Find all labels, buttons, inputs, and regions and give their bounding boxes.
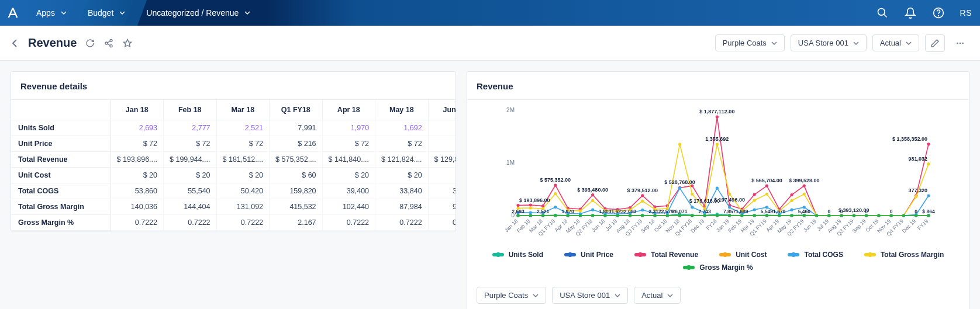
svg-point-248 (890, 214, 893, 217)
table-cell[interactable]: 0.7222 (111, 215, 164, 231)
table-cell[interactable]: $ 121,824.... (375, 152, 429, 168)
table-scroll[interactable]: Jan 18Feb 18Mar 18Q1 FY18Apr 18May 18Jun… (11, 100, 456, 231)
table-cell[interactable]: 2,777 (164, 120, 217, 136)
legend-swatch (492, 253, 504, 256)
svg-point-187 (554, 192, 557, 195)
row-header[interactable]: Units Sold (11, 120, 111, 136)
table-cell[interactable]: 1,803 (428, 120, 456, 136)
table-cell[interactable]: $ 72 (375, 136, 429, 152)
chart-filter-store[interactable]: USA Store 001 (552, 287, 628, 304)
table-cell[interactable]: 0.7222 (375, 215, 429, 231)
table-cell[interactable]: 140,036 (111, 199, 164, 215)
legend-item[interactable]: Total Gross Margin (864, 251, 944, 259)
table-cell[interactable]: $ 181,512.... (216, 152, 270, 168)
star-icon[interactable] (122, 38, 133, 48)
table-cell[interactable]: 0.7222 (428, 215, 456, 231)
row-header[interactable]: Gross Margin % (11, 215, 111, 231)
svg-point-245 (853, 214, 855, 217)
table-cell[interactable]: $ 60 (270, 168, 323, 183)
revenue-chart-title: Revenue (467, 72, 969, 100)
table-column-header[interactable]: Mar 18 (216, 100, 270, 120)
table-cell[interactable]: 2,521 (216, 120, 270, 136)
table-cell[interactable]: 0.7222 (216, 215, 270, 231)
table-cell[interactable]: $ 72 (111, 136, 164, 152)
table-cell[interactable]: $ 129,816.... (428, 152, 456, 168)
legend-label: Unit Cost (736, 251, 767, 259)
svg-point-9 (962, 42, 964, 44)
table-cell[interactable]: 55,540 (164, 183, 217, 199)
table-cell[interactable]: $ 72 (164, 136, 217, 152)
legend-item[interactable]: Total Revenue (634, 251, 698, 259)
table-cell[interactable]: $ 20 (164, 168, 217, 183)
search-icon[interactable] (876, 6, 889, 19)
table-cell[interactable]: 36,060 (428, 183, 456, 199)
table-cell[interactable]: 415,532 (270, 199, 323, 215)
table-cell[interactable]: 2,693 (111, 120, 164, 136)
table-cell[interactable]: $ 20 (216, 168, 270, 183)
table-column-header[interactable]: Feb 18 (164, 100, 217, 120)
table-column-header[interactable]: Jun 18 (428, 100, 456, 120)
legend-item[interactable]: Units Sold (492, 251, 543, 259)
row-header[interactable]: Total Gross Margin (11, 199, 111, 215)
table-cell[interactable]: $ 141,840.... (322, 152, 375, 168)
table-cell[interactable]: $ 72 (216, 136, 270, 152)
svg-text:1,970: 1,970 (561, 209, 574, 214)
nav-page[interactable]: Uncategorized / Revenue (136, 0, 267, 26)
row-header[interactable]: Unit Price (11, 136, 111, 152)
table-cell[interactable]: $ 72 (322, 136, 375, 152)
table-cell[interactable]: 33,840 (375, 183, 429, 199)
help-icon[interactable] (932, 6, 945, 19)
app-logo[interactable] (0, 0, 26, 26)
row-header[interactable]: Total Revenue (11, 152, 111, 168)
more-button[interactable] (951, 35, 969, 51)
table-cell[interactable]: 53,860 (111, 183, 164, 199)
table-cell[interactable]: 0.7222 (164, 215, 217, 231)
legend-item[interactable]: Total COGS (788, 251, 843, 259)
table-cell[interactable]: 93,756 (428, 199, 456, 215)
table-cell[interactable]: $ 193,896.... (111, 152, 164, 168)
table-cell[interactable]: $ 20 (375, 168, 429, 183)
row-header[interactable]: Unit Cost (11, 168, 111, 183)
table-cell[interactable]: $ 20 (111, 168, 164, 183)
table-cell[interactable]: $ 20 (428, 168, 456, 183)
table-column-header[interactable]: Jan 18 (111, 100, 164, 120)
filter-product[interactable]: Purple Coats (715, 34, 785, 51)
notifications-icon[interactable] (904, 6, 917, 19)
user-avatar[interactable]: RS (960, 8, 972, 18)
chart-filter-scenario[interactable]: Actual (634, 287, 681, 304)
table-column-header[interactable]: Apr 18 (322, 100, 375, 120)
table-cell[interactable]: $ 575,352.... (270, 152, 323, 168)
table-cell[interactable]: 102,440 (322, 199, 375, 215)
legend-item[interactable]: Unit Cost (719, 251, 767, 259)
table-cell[interactable]: 87,984 (375, 199, 429, 215)
table-cell[interactable]: $ 199,944.... (164, 152, 217, 168)
table-cell[interactable]: 0.7222 (322, 215, 375, 231)
table-cell[interactable]: 1,692 (375, 120, 429, 136)
refresh-icon[interactable] (85, 38, 95, 48)
nav-apps[interactable]: Apps (26, 0, 77, 26)
table-cell[interactable]: 7,991 (270, 120, 323, 136)
table-cell[interactable]: 39,400 (322, 183, 375, 199)
legend-item[interactable]: Unit Price (564, 251, 613, 259)
svg-point-230 (666, 214, 669, 217)
table-cell[interactable]: 50,420 (216, 183, 270, 199)
table-cell[interactable]: 1,970 (322, 120, 375, 136)
edit-button[interactable] (925, 34, 945, 52)
table-column-header[interactable]: Q1 FY18 (270, 100, 323, 120)
chart-filter-product[interactable]: Purple Coats (477, 287, 546, 304)
legend-item[interactable]: Gross Margin % (683, 263, 753, 272)
table-cell[interactable]: 144,404 (164, 199, 217, 215)
row-header[interactable]: Total COGS (11, 183, 111, 199)
svg-text:FY19: FY19 (916, 218, 929, 231)
share-icon[interactable] (103, 38, 114, 48)
table-cell[interactable]: 159,820 (270, 183, 323, 199)
table-cell[interactable]: 2.167 (270, 215, 323, 231)
back-button[interactable] (11, 39, 20, 48)
filter-store[interactable]: USA Store 001 (791, 34, 867, 51)
table-cell[interactable]: $ 20 (322, 168, 375, 183)
table-cell[interactable]: 131,092 (216, 199, 270, 215)
filter-scenario[interactable]: Actual (872, 34, 919, 51)
table-cell[interactable]: $ 72 (428, 136, 456, 152)
table-cell[interactable]: $ 216 (270, 136, 323, 152)
table-column-header[interactable]: May 18 (375, 100, 429, 120)
